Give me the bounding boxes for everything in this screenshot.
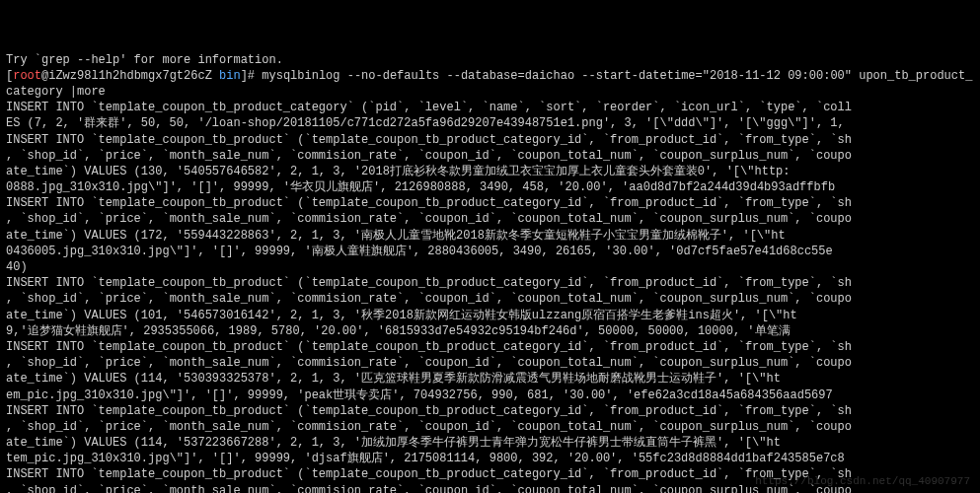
output-line: ES (7, 2, '群来群', 50, 50, '/loan-shop/201… bbox=[6, 116, 845, 130]
prompt-user: root bbox=[13, 69, 41, 83]
output-line: , `shop_id`, `price`, `month_sale_num`, … bbox=[6, 356, 852, 370]
output-line: , `shop_id`, `price`, `month_sale_num`, … bbox=[6, 484, 852, 493]
output-line: , `shop_id`, `price`, `month_sale_num`, … bbox=[6, 149, 852, 163]
output-line: 40) bbox=[6, 260, 28, 274]
output-line: 0888.jpg_310x310.jpg\"]', '[]', 99999, '… bbox=[6, 180, 835, 194]
output-line: INSERT INTO `template_coupon_tb_product_… bbox=[6, 101, 852, 114]
watermark-text: https://blog.csdn.net/qq_40907977 bbox=[755, 474, 970, 489]
output-line: INSERT INTO `template_coupon_tb_product`… bbox=[6, 467, 852, 481]
output-line: ate_time`) VALUES (114, '537223667288', … bbox=[6, 436, 781, 450]
output-line: , `shop_id`, `price`, `month_sale_num`, … bbox=[6, 420, 852, 434]
prompt-end: ]# bbox=[241, 69, 255, 83]
output-line: ate_time`) VALUES (114, '530393325378', … bbox=[6, 372, 781, 386]
output-line: 0436005.jpg_310x310.jpg\"]', '[]', 99999… bbox=[6, 245, 833, 258]
output-line: ate_time`) VALUES (101, '546573016142', … bbox=[6, 309, 797, 322]
output-line: INSERT INTO `template_coupon_tb_product`… bbox=[6, 276, 852, 290]
output-line: tem_pic.jpg_310x310.jpg\"]', '[]', 99999… bbox=[6, 452, 845, 465]
output-line: , `shop_id`, `price`, `month_sale_num`, … bbox=[6, 212, 852, 226]
output-line: INSERT INTO `template_coupon_tb_product`… bbox=[6, 133, 852, 147]
output-line: INSERT INTO `template_coupon_tb_product`… bbox=[6, 340, 852, 354]
top-fragment: Try `grep --help' for more information. bbox=[6, 53, 283, 67]
output-line: em_pic.jpg_310x310.jpg\"]', '[]', 99999,… bbox=[6, 388, 833, 402]
output-line: ate_time`) VALUES (172, '559443228863', … bbox=[6, 229, 786, 243]
prompt-host: iZwz98l1h2hdbmgx7gt26cZ bbox=[48, 69, 212, 83]
output-line: INSERT INTO `template_coupon_tb_product`… bbox=[6, 196, 852, 210]
output-line: , `shop_id`, `price`, `month_sale_num`, … bbox=[6, 292, 852, 306]
output-line: INSERT INTO `template_coupon_tb_product`… bbox=[6, 404, 852, 418]
prompt-dir: bin bbox=[219, 69, 241, 83]
output-line: ate_time`) VALUES (130, '540557646582', … bbox=[6, 165, 790, 178]
output-line: 9,'追梦猫女鞋旗舰店', 2935355066, 1989, 5780, '2… bbox=[6, 324, 791, 338]
